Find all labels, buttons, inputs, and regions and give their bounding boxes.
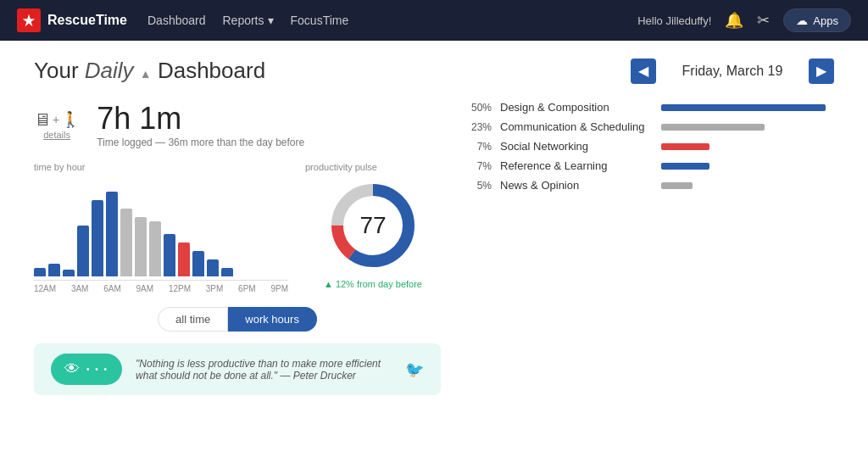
apps-button[interactable]: ☁ Apps [783, 8, 851, 32]
quote-bar: 👁 • • • "Nothing is less productive than… [34, 343, 441, 395]
category-row: 7% Social Networking [466, 140, 834, 153]
category-percent: 5% [466, 180, 492, 192]
work-hours-tab[interactable]: work hours [228, 307, 317, 332]
category-row: 5% News & Opinion [466, 179, 834, 192]
bar [63, 270, 75, 276]
bar [120, 209, 132, 276]
category-percent: 7% [466, 141, 492, 153]
page-title: Your Daily ▲ Dashboard [34, 58, 265, 84]
title-daily: Daily [85, 58, 134, 83]
edit-icon[interactable]: ▲ [140, 67, 152, 81]
nav-reports[interactable]: Reports ▾ [222, 14, 273, 27]
category-row: 7% Reference & Learning [466, 159, 834, 172]
apps-label: Apps [813, 14, 838, 27]
pulse-delta: ▲ 12% from day before [324, 279, 422, 289]
time-label: 3AM [71, 284, 89, 293]
category-percent: 50% [466, 102, 492, 114]
logo[interactable]: RescueTime [17, 8, 127, 32]
details-link[interactable]: details [34, 130, 80, 140]
pulse-label: productivity pulse [305, 162, 377, 172]
plus-icon: + [53, 113, 59, 126]
device-icons: 🖥 + 🚶 details [34, 110, 80, 140]
time-label: 3PM [206, 284, 224, 293]
next-date-button[interactable]: ▶ [809, 59, 834, 84]
bar [48, 264, 60, 276]
quote-text: "Nothing is less productive than to make… [136, 358, 392, 382]
category-bar-wrap [661, 181, 834, 191]
time-sub: Time logged — 36m more than the day befo… [97, 137, 304, 148]
time-info: 7h 1m Time logged — 36m more than the da… [97, 101, 304, 148]
category-bar-wrap [661, 142, 834, 152]
dashboard-body: 🖥 + 🚶 details 7h 1m Time logged — 36m mo… [34, 101, 834, 395]
category-bar [661, 182, 693, 189]
bar [34, 268, 46, 276]
header-row: Your Daily ▲ Dashboard ◀ Friday, March 1… [34, 58, 834, 84]
time-label: 6PM [238, 284, 256, 293]
time-section: 🖥 + 🚶 details 7h 1m Time logged — 36m mo… [34, 101, 441, 148]
twitter-icon[interactable]: 🐦 [405, 360, 424, 379]
nav-focustime[interactable]: FocusTime [291, 14, 349, 27]
pulse-section: productivity pulse 77 [305, 162, 441, 289]
eye-icon: 👁 [64, 360, 80, 378]
category-name: Communication & Scheduling [500, 120, 653, 133]
category-bar [661, 143, 709, 150]
category-bar-wrap [661, 122, 834, 132]
bar [135, 217, 147, 276]
logo-svg [21, 13, 36, 28]
tools-icon[interactable]: ✂ [757, 11, 770, 30]
category-bar-wrap [661, 161, 834, 171]
category-percent: 7% [466, 160, 492, 172]
bar [106, 192, 118, 276]
bar [92, 200, 103, 276]
bar [207, 259, 219, 276]
pulse-score: 77 [359, 212, 386, 239]
nav-greeting: Hello Jilleduffy! [637, 14, 711, 27]
time-label: 9PM [270, 284, 288, 293]
category-bar [661, 124, 765, 131]
category-bar [661, 104, 826, 111]
bar [178, 242, 190, 276]
chart-label: time by hour [34, 162, 288, 172]
monitor-icon: 🖥 [34, 110, 51, 130]
navbar: RescueTime Dashboard Reports ▾ FocusTime… [0, 0, 868, 41]
category-list: 50% Design & Composition 23% Communicati… [466, 101, 834, 192]
bar [221, 268, 233, 276]
category-name: Social Networking [500, 140, 653, 153]
bar [77, 226, 89, 276]
category-row: 50% Design & Composition [466, 101, 834, 114]
eye-dots: • • • [86, 365, 108, 374]
category-bar [661, 163, 709, 170]
bell-icon[interactable]: 🔔 [725, 11, 743, 30]
category-name: Design & Composition [500, 101, 653, 114]
nav-right: Hello Jilleduffy! 🔔 ✂ ☁ Apps [637, 8, 851, 32]
category-name: News & Opinion [500, 179, 653, 192]
up-arrow-icon: ▲ [324, 279, 333, 289]
date-nav: ◀ Friday, March 19 ▶ [631, 59, 834, 84]
right-panel: 50% Design & Composition 23% Communicati… [466, 101, 834, 395]
bar [164, 234, 175, 276]
focus-eye-button[interactable]: 👁 • • • [51, 354, 122, 385]
category-name: Reference & Learning [500, 159, 653, 172]
bar [149, 221, 161, 276]
prev-date-button[interactable]: ◀ [631, 59, 656, 84]
main-content: Your Daily ▲ Dashboard ◀ Friday, March 1… [0, 41, 868, 457]
title-dashboard: Dashboard [158, 58, 265, 83]
devices-row: 🖥 + 🚶 [34, 110, 80, 130]
time-labels: 12AM3AM6AM9AM12PM3PM6PM9PM [34, 284, 288, 293]
person-icon: 🚶 [61, 110, 80, 129]
category-bar-wrap [661, 103, 834, 113]
time-by-hour-chart: time by hour 12AM3AM6AM9AM12PM3PM6PM9PM [34, 162, 288, 293]
logo-text: RescueTime [47, 13, 127, 28]
nav-reports-label: Reports [222, 14, 264, 27]
date-display: Friday, March 19 [665, 64, 800, 79]
nav-dashboard[interactable]: Dashboard [147, 14, 206, 27]
category-row: 23% Communication & Scheduling [466, 120, 834, 133]
all-time-tab[interactable]: all time [158, 307, 228, 332]
time-label: 12PM [169, 284, 191, 293]
charts-row: time by hour 12AM3AM6AM9AM12PM3PM6PM9PM … [34, 162, 441, 293]
time-label: 12AM [34, 284, 56, 293]
cloud-icon: ☁ [796, 14, 808, 27]
left-panel: 🖥 + 🚶 details 7h 1m Time logged — 36m mo… [34, 101, 441, 395]
category-percent: 23% [466, 121, 492, 133]
nav-links: Dashboard Reports ▾ FocusTime [147, 14, 348, 27]
